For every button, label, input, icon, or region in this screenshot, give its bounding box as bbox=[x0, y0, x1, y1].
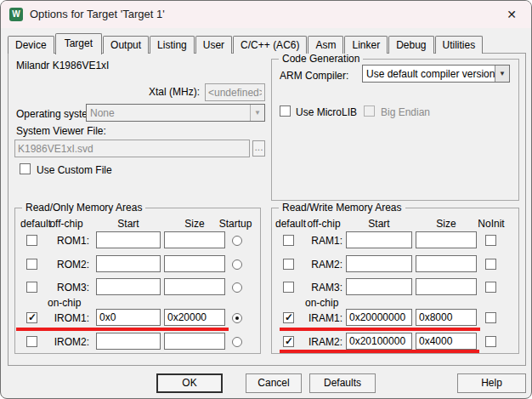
iram2-start-input[interactable] bbox=[346, 333, 412, 350]
browse-button[interactable]: ... bbox=[252, 140, 265, 157]
rom2-size-input[interactable] bbox=[164, 255, 225, 272]
iram1-size-input[interactable] bbox=[416, 309, 477, 326]
col-header-size: Size bbox=[416, 218, 477, 230]
arm-compiler-dropdown[interactable]: Use default compiler version 6 ▼ bbox=[362, 65, 510, 83]
dialog-title: Options for Target 'Target 1' bbox=[30, 8, 165, 20]
os-selected-value: None bbox=[87, 107, 250, 119]
rom1-label: ROM1: bbox=[48, 235, 89, 247]
irom2-start-input[interactable] bbox=[96, 333, 161, 350]
ram2-noinit-checkbox[interactable] bbox=[485, 259, 496, 270]
ram1-row: RAM1: bbox=[271, 231, 519, 250]
read-only-memory-title: Read/Only Memory Areas bbox=[22, 202, 145, 214]
rom1-default-checkbox[interactable] bbox=[26, 235, 37, 246]
ram1-default-checkbox[interactable] bbox=[283, 235, 294, 246]
use-microlib-checkbox[interactable] bbox=[280, 105, 291, 117]
rom2-startup-radio[interactable] bbox=[232, 259, 242, 270]
arm-compiler-label: ARM Compiler: bbox=[280, 70, 348, 82]
ram3-row: RAM3: bbox=[271, 278, 519, 297]
annotation-underline-iram2 bbox=[280, 350, 479, 353]
rom3-startup-radio[interactable] bbox=[232, 282, 242, 293]
rom3-label: ROM3: bbox=[48, 282, 89, 294]
cancel-button[interactable]: Cancel bbox=[246, 373, 302, 393]
col-header-noinit: NoInit bbox=[470, 218, 512, 230]
irom1-size-input[interactable] bbox=[164, 309, 225, 326]
tab-asm[interactable]: Asm bbox=[308, 36, 343, 54]
tab-debug[interactable]: Debug bbox=[388, 36, 433, 54]
tab-listing[interactable]: Listing bbox=[150, 36, 195, 54]
ram3-size-input[interactable] bbox=[416, 278, 477, 295]
irom2-row: IROM2: bbox=[14, 333, 261, 351]
read-write-memory-title: Read/Write Memory Areas bbox=[279, 202, 405, 214]
big-endian-label: Big Endian bbox=[381, 106, 430, 118]
rom1-startup-radio[interactable] bbox=[232, 236, 242, 246]
ram2-start-input[interactable] bbox=[346, 255, 412, 272]
arm-compiler-dropdown-arrow-icon: ▼ bbox=[495, 66, 509, 82]
col-header-start: Start bbox=[96, 218, 161, 230]
title-bar: W Options for Target 'Target 1' ✕ bbox=[1, 1, 531, 28]
svf-input bbox=[14, 140, 250, 157]
tab-linker[interactable]: Linker bbox=[344, 36, 388, 54]
ram1-noinit-checkbox[interactable] bbox=[485, 235, 496, 246]
read-write-onchip-label: on-chip bbox=[305, 297, 338, 309]
irom1-default-checkbox[interactable] bbox=[26, 312, 37, 323]
rom1-size-input[interactable] bbox=[164, 231, 225, 248]
iram2-label: IRAM2: bbox=[300, 336, 342, 348]
close-icon[interactable]: ✕ bbox=[504, 7, 519, 22]
ram2-default-checkbox[interactable] bbox=[283, 259, 294, 270]
device-name: Milandr K1986VE1xI bbox=[16, 60, 109, 71]
iram2-row: IRAM2: bbox=[271, 333, 519, 351]
options-dialog: W Options for Target 'Target 1' ✕ Device… bbox=[0, 0, 532, 399]
iram2-size-input[interactable] bbox=[416, 333, 477, 350]
iram2-default-checkbox[interactable] bbox=[283, 336, 294, 347]
tab-target[interactable]: Target bbox=[55, 33, 102, 54]
rom3-start-input[interactable] bbox=[96, 278, 161, 295]
ram1-size-input[interactable] bbox=[416, 231, 477, 248]
rom3-size-input[interactable] bbox=[164, 278, 225, 295]
iram1-default-checkbox[interactable] bbox=[283, 312, 294, 323]
col-header-offchip: off-chip bbox=[45, 218, 88, 230]
ram2-label: RAM2: bbox=[300, 259, 342, 271]
tab-cpp-ac6[interactable]: C/C++ (AC6) bbox=[233, 36, 307, 54]
col-header-startup: Startup bbox=[212, 218, 259, 230]
irom2-size-input[interactable] bbox=[164, 333, 225, 350]
irom2-default-checkbox[interactable] bbox=[26, 336, 37, 347]
iram1-noinit-checkbox[interactable] bbox=[485, 312, 496, 323]
tab-device[interactable]: Device bbox=[8, 36, 54, 54]
tab-output[interactable]: Output bbox=[103, 36, 149, 54]
os-dropdown-arrow-icon: ▼ bbox=[250, 105, 264, 121]
rom2-default-checkbox[interactable] bbox=[26, 259, 37, 270]
ram1-start-input[interactable] bbox=[346, 231, 412, 248]
irom2-label: IROM2: bbox=[48, 336, 89, 348]
annotation-underline-iram1 bbox=[280, 328, 480, 331]
code-generation-title: Code Generation bbox=[279, 53, 363, 65]
tab-user[interactable]: User bbox=[195, 36, 232, 54]
ok-button[interactable]: OK bbox=[156, 373, 223, 393]
iram2-noinit-checkbox[interactable] bbox=[485, 336, 496, 347]
rom3-row: ROM3: bbox=[14, 278, 261, 297]
iram1-start-input[interactable] bbox=[346, 309, 412, 326]
ram3-default-checkbox[interactable] bbox=[283, 282, 294, 293]
use-custom-file-checkbox[interactable] bbox=[20, 163, 31, 174]
ram3-noinit-checkbox[interactable] bbox=[485, 282, 496, 293]
irom1-start-input[interactable] bbox=[96, 309, 161, 326]
ram3-start-input[interactable] bbox=[346, 278, 412, 295]
rom1-start-input[interactable] bbox=[96, 231, 161, 248]
col-header-start: Start bbox=[346, 218, 412, 230]
big-endian-checkbox bbox=[364, 105, 375, 117]
tab-utilities[interactable]: Utilities bbox=[435, 36, 484, 54]
svf-label: System Viewer File: bbox=[16, 125, 106, 137]
app-icon: W bbox=[9, 8, 23, 21]
defaults-button[interactable]: Defaults bbox=[309, 373, 376, 393]
irom1-row: IROM1: bbox=[14, 309, 261, 328]
iram1-label: IRAM1: bbox=[300, 312, 342, 324]
xtal-label: Xtal (MHz): bbox=[120, 86, 200, 98]
irom1-startup-radio[interactable] bbox=[232, 313, 242, 323]
rom3-default-checkbox[interactable] bbox=[26, 282, 37, 293]
rom2-label: ROM2: bbox=[48, 259, 89, 271]
irom1-label: IROM1: bbox=[48, 312, 89, 324]
help-button[interactable]: Help bbox=[457, 373, 526, 393]
ram2-size-input[interactable] bbox=[416, 255, 477, 272]
irom2-startup-radio[interactable] bbox=[232, 337, 242, 347]
arm-compiler-selected-value: Use default compiler version 6 bbox=[363, 68, 495, 80]
rom2-start-input[interactable] bbox=[96, 255, 161, 272]
